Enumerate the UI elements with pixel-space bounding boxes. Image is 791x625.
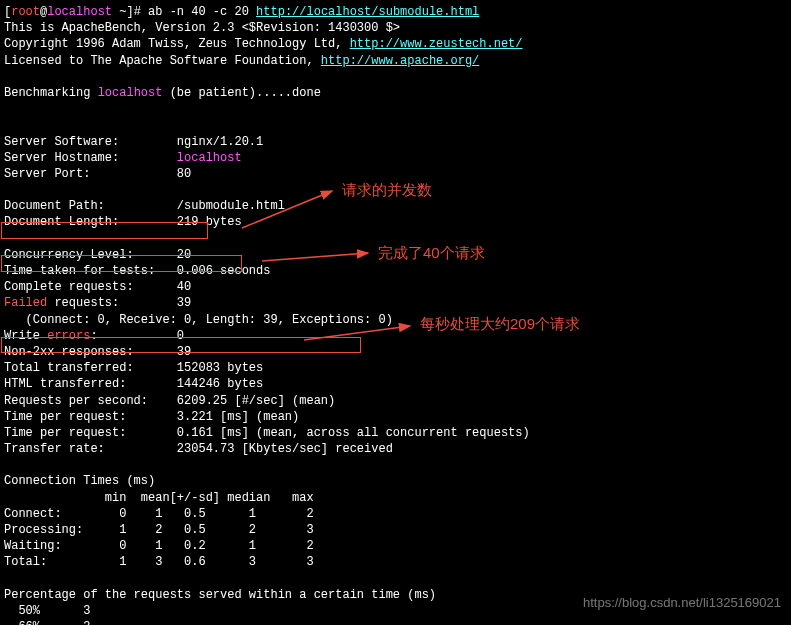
total-transferred: Total transferred: 152083 bytes — [4, 360, 787, 376]
percentiles-title: Percentage of the requests served within… — [4, 587, 787, 603]
time-taken: Time taken for tests: 0.006 seconds — [4, 263, 787, 279]
conn-times-total: Total: 1 3 0.6 3 3 — [4, 554, 787, 570]
license-line: Licensed to The Apache Software Foundati… — [4, 53, 787, 69]
prompt-line: [root@localhost ~]# ab -n 40 -c 20 http:… — [4, 4, 787, 20]
server-port: Server Port: 80 — [4, 166, 787, 182]
copyright-line: Copyright 1996 Adam Twiss, Zeus Technolo… — [4, 36, 787, 52]
conn-times-connect: Connect: 0 1 0.5 1 2 — [4, 506, 787, 522]
time-per-request-1: Time per request: 3.221 [ms] (mean) — [4, 409, 787, 425]
concurrency-level: Concurrency Level: 20 — [4, 247, 787, 263]
conn-times-processing: Processing: 1 2 0.5 2 3 — [4, 522, 787, 538]
command-url: http://localhost/submodule.html — [256, 5, 479, 19]
conn-times-title: Connection Times (ms) — [4, 473, 787, 489]
pct-50: 50% 3 — [4, 603, 787, 619]
conn-times-waiting: Waiting: 0 1 0.2 1 2 — [4, 538, 787, 554]
html-transferred: HTML transferred: 144246 bytes — [4, 376, 787, 392]
document-length: Document Length: 219 bytes — [4, 214, 787, 230]
complete-requests: Complete requests: 40 — [4, 279, 787, 295]
pct-66: 66% 3 — [4, 619, 787, 625]
failed-detail: (Connect: 0, Receive: 0, Length: 39, Exc… — [4, 312, 787, 328]
document-path: Document Path: /submodule.html — [4, 198, 787, 214]
requests-per-second: Requests per second: 6209.25 [#/sec] (me… — [4, 393, 787, 409]
time-per-request-2: Time per request: 0.161 [ms] (mean, acro… — [4, 425, 787, 441]
command-text: ab -n 40 -c 20 — [148, 5, 256, 19]
failed-requests: Failed requests: 39 — [4, 295, 787, 311]
conn-times-header: min mean[+/-sd] median max — [4, 490, 787, 506]
terminal-output: [root@localhost ~]# ab -n 40 -c 20 http:… — [4, 4, 787, 625]
server-hostname: Server Hostname: localhost — [4, 150, 787, 166]
write-errors: Write errors: 0 — [4, 328, 787, 344]
benchmarking-line: Benchmarking localhost (be patient).....… — [4, 85, 787, 101]
non-2xx: Non-2xx responses: 39 — [4, 344, 787, 360]
apachebench-version: This is ApacheBench, Version 2.3 <$Revis… — [4, 20, 787, 36]
server-software: Server Software: nginx/1.20.1 — [4, 134, 787, 150]
transfer-rate: Transfer rate: 23054.73 [Kbytes/sec] rec… — [4, 441, 787, 457]
